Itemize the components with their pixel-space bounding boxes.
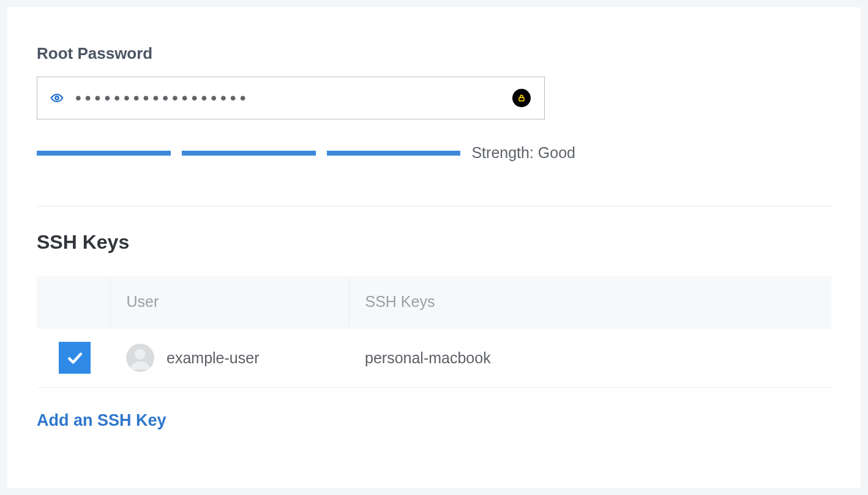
password-strength: Strength: Good bbox=[37, 144, 575, 162]
row-checkbox[interactable] bbox=[59, 342, 91, 374]
col-user: User bbox=[110, 276, 349, 328]
strength-bar-2 bbox=[182, 151, 316, 156]
svg-rect-1 bbox=[519, 97, 524, 100]
user-name: example-user bbox=[166, 349, 259, 367]
ssh-key-name: personal-macbook bbox=[349, 328, 831, 388]
add-ssh-key-link[interactable]: Add an SSH Key bbox=[37, 411, 166, 430]
ssh-keys-section: SSH Keys User SSH Keys bbox=[37, 231, 831, 430]
root-password-section: Root Password •••••••••••••••••• Strengt… bbox=[37, 44, 831, 162]
ssh-keys-table: User SSH Keys bbox=[37, 276, 831, 388]
user-cell: example-user bbox=[126, 344, 333, 372]
strength-bar-1 bbox=[37, 151, 171, 156]
lock-icon[interactable] bbox=[512, 89, 531, 107]
check-icon bbox=[65, 349, 84, 367]
table-header-row: User SSH Keys bbox=[37, 276, 831, 328]
divider bbox=[37, 206, 831, 206]
strength-label: Strength: Good bbox=[471, 144, 575, 162]
strength-bar-3 bbox=[327, 151, 461, 156]
settings-card: Root Password •••••••••••••••••• Strengt… bbox=[7, 7, 861, 488]
eye-icon[interactable] bbox=[48, 89, 65, 107]
svg-point-2 bbox=[135, 349, 145, 360]
root-password-value: •••••••••••••••••• bbox=[75, 89, 503, 107]
table-row: example-user personal-macbook bbox=[37, 328, 831, 388]
root-password-label: Root Password bbox=[37, 44, 831, 63]
avatar-icon bbox=[126, 344, 154, 372]
col-checkbox bbox=[37, 276, 110, 328]
ssh-keys-title: SSH Keys bbox=[37, 231, 831, 254]
root-password-field[interactable]: •••••••••••••••••• bbox=[37, 77, 545, 119]
col-keys: SSH Keys bbox=[349, 276, 831, 328]
svg-point-0 bbox=[55, 96, 58, 99]
